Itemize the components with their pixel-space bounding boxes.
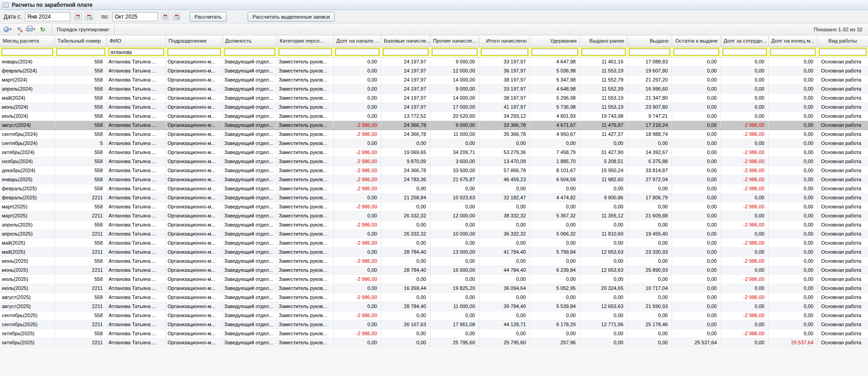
column-header-4[interactable]: Должность (222, 35, 277, 47)
filter-input-6[interactable] (336, 48, 379, 55)
column-header-0[interactable]: Месяц расчета (0, 35, 54, 47)
filter-input-9[interactable] (481, 48, 528, 55)
table-row[interactable]: август(2024)558Атланова Татьяна ...Орган… (0, 121, 868, 130)
table-row[interactable]: сентябрь(2025)2211Атланова Татьяна ...Ор… (0, 320, 868, 329)
cell: 0,00 (672, 202, 721, 211)
calculate-button[interactable]: Рассчитать (190, 12, 227, 22)
table-row[interactable]: декабрь(2024)558Атланова Татьяна ...Орга… (0, 166, 868, 175)
cell: 0,00 (768, 75, 817, 84)
column-header-12[interactable]: Выдано (627, 35, 672, 47)
table-row[interactable]: сентябрь(2024)5Атланова Татьяна ...Орган… (0, 139, 868, 148)
cell: Атланова Татьяна ... (107, 175, 166, 184)
table-row[interactable]: октябрь(2024)558Атланова Татьяна ...Орга… (0, 148, 868, 157)
filter-input-8[interactable] (432, 48, 477, 55)
filter-input-4[interactable] (224, 48, 275, 55)
table-row[interactable]: июль(2025)558Атланова Татьяна ...Организ… (0, 275, 868, 284)
cell: Заместитель руков... (277, 275, 333, 284)
column-header-6[interactable]: Долг на начало ... (333, 35, 381, 47)
table-row[interactable]: май(2024)558Атланова Татьяна ...Организа… (0, 93, 868, 102)
table-row[interactable]: март(2025)2211Атланова Татьяна ...Органи… (0, 211, 868, 220)
cell: 0,00 (333, 320, 381, 329)
table-row[interactable]: февраль(2025)2211Атланова Татьяна ...Орг… (0, 193, 868, 202)
filter-input-11[interactable] (582, 48, 625, 55)
column-header-7[interactable]: Базовые начисле... (381, 35, 430, 47)
cell: 38 332,32 (479, 211, 530, 220)
filter-input-13[interactable] (674, 48, 719, 55)
table-row[interactable]: февраль(2025)558Атланова Татьяна ...Орга… (0, 184, 868, 193)
filter-input-10[interactable] (532, 48, 578, 55)
filter-cell-8 (430, 47, 479, 57)
table-row[interactable]: сентябрь(2024)558Атланова Татьяна ...Орг… (0, 130, 868, 139)
cell: 0,00 (530, 293, 580, 302)
cell: Основная работа (817, 166, 868, 175)
table-row[interactable]: февраль(2024)558Атланова Татьяна ...Орга… (0, 66, 868, 75)
table-row[interactable]: март(2024)558Атланова Татьяна ...Организ… (0, 75, 868, 84)
filter-input-0[interactable] (2, 48, 53, 55)
cell: июнь(2025) (0, 265, 54, 275)
cell: 44 128,71 (479, 320, 530, 329)
filter-input-1[interactable] (57, 48, 105, 55)
calendar-go-icon[interactable] (85, 13, 93, 20)
column-header-16[interactable]: Вид работы (817, 35, 868, 47)
filter-input-5[interactable] (279, 48, 332, 55)
column-header-11[interactable]: Выдано ранее (580, 35, 627, 47)
table-row[interactable]: апрель(2024)558Атланова Татьяна ...Орган… (0, 84, 868, 93)
table-row[interactable]: январь(2024)558Атланова Татьяна ...Орган… (0, 57, 868, 66)
column-header-8[interactable]: Прочие начисле... (430, 35, 479, 47)
cell: 0,00 (530, 220, 580, 229)
table-row[interactable]: июнь(2025)558Атланова Татьяна ...Организ… (0, 256, 868, 265)
date-to-input[interactable] (112, 12, 158, 21)
column-header-14[interactable]: Долг за сотрудн... (721, 35, 768, 47)
filter-input-14[interactable] (723, 48, 766, 55)
column-header-10[interactable]: Удержания (530, 35, 580, 47)
column-header-1[interactable]: Табельный номер (54, 35, 107, 47)
calculate-selected-button[interactable]: Рассчитать выделенные записи (248, 12, 335, 22)
column-header-3[interactable]: Подразделение (166, 35, 222, 47)
table-row[interactable]: июль(2025)2211Атланова Татьяна ...Органи… (0, 284, 868, 293)
table-row[interactable]: ноябрь(2024)558Атланова Татьяна ...Орган… (0, 157, 868, 166)
calendar-go-icon[interactable] (173, 13, 180, 20)
cell: 558 (54, 148, 107, 157)
refresh-icon[interactable]: ↻ (38, 25, 47, 34)
table-row[interactable]: июнь(2024)558Атланова Татьяна ...Организ… (0, 102, 868, 111)
cell: 9 000,00 (430, 57, 479, 66)
filter-input-16[interactable] (819, 48, 866, 55)
cell: Заместитель руков... (277, 211, 333, 220)
table-row[interactable]: март(2025)558Атланова Татьяна ...Организ… (0, 202, 868, 211)
table-row[interactable]: июнь(2025)2211Атланова Татьяна ...Органи… (0, 265, 868, 275)
settings-icon[interactable]: ✳▾ (3, 25, 12, 34)
cell: 0,00 (333, 229, 381, 238)
column-header-2[interactable]: ФИО (107, 35, 166, 47)
column-header-13[interactable]: Остаток к выдаче (672, 35, 721, 47)
table-row[interactable]: октябрь(2025)2211Атланова Татьяна ...Орг… (0, 338, 868, 347)
table-row[interactable]: август(2025)558Атланова Татьяна ...Орган… (0, 293, 868, 302)
table-row[interactable]: май(2025)558Атланова Татьяна ...Организа… (0, 238, 868, 247)
table-row[interactable]: октябрь(2025)558Атланова Татьяна ...Орга… (0, 329, 868, 338)
cell: 32 182,47 (479, 193, 530, 202)
filter-input-15[interactable] (770, 48, 815, 55)
table-row[interactable]: апрель(2025)558Атланова Татьяна ...Орган… (0, 220, 868, 229)
filter-input-3[interactable] (168, 48, 220, 55)
filter-cell-0 (0, 47, 54, 57)
calendar-icon[interactable] (74, 13, 82, 20)
table-row[interactable]: август(2025)2211Атланова Татьяна ...Орга… (0, 302, 868, 311)
column-header-9[interactable]: Итого начислено (479, 35, 530, 47)
clear-filter-icon[interactable]: ✕ (15, 25, 24, 34)
filter-input-12[interactable] (629, 48, 670, 55)
calendar-icon[interactable] (161, 13, 169, 20)
table-row[interactable]: апрель(2025)2211Атланова Татьяна ...Орга… (0, 229, 868, 238)
column-header-5[interactable]: Категория персо... (277, 35, 333, 47)
cell: 16 996,60 (627, 84, 672, 93)
filter-input-7[interactable] (383, 48, 428, 55)
print-icon[interactable]: ▾ (26, 25, 35, 34)
date-from-input[interactable] (25, 12, 70, 21)
table-row[interactable]: сентябрь(2025)558Атланова Татьяна ...Орг… (0, 311, 868, 320)
cell: 25 890,93 (627, 265, 672, 275)
table-row[interactable]: май(2025)2211Атланова Татьяна ...Организ… (0, 247, 868, 256)
cell: Заместитель руков... (277, 102, 333, 111)
table-row[interactable]: июль(2024)558Атланова Татьяна ...Организ… (0, 111, 868, 121)
cell: 0,00 (672, 166, 721, 175)
table-row[interactable]: январь(2025)558Атланова Татьяна ...Орган… (0, 175, 868, 184)
filter-input-2[interactable] (109, 48, 164, 55)
column-header-15[interactable]: Долг на конец м... (768, 35, 817, 47)
